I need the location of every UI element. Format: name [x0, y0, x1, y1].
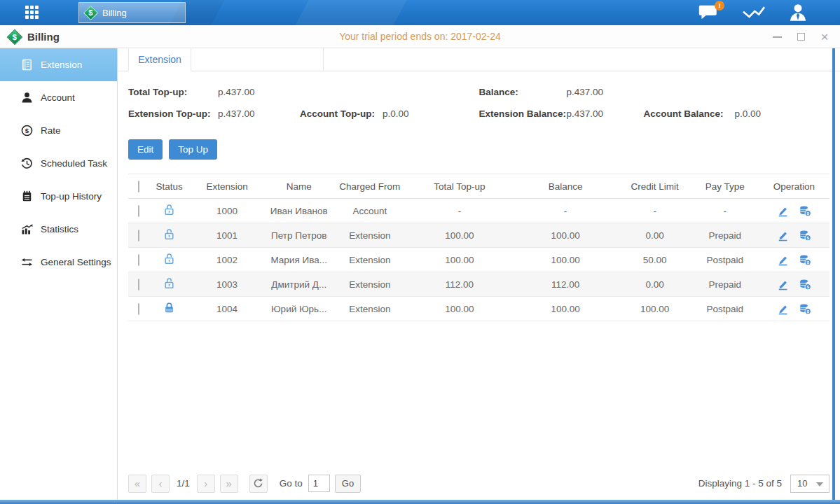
row-checkbox[interactable]	[138, 205, 139, 217]
pagination-bar: « ‹ 1/1 › » Go to Go Displaying 1 - 5 of…	[128, 474, 829, 493]
row-checkbox[interactable]	[138, 303, 139, 315]
goto-label: Go to	[280, 478, 303, 489]
cell-extension: 1000	[189, 199, 265, 223]
edit-pencil-icon[interactable]	[777, 230, 789, 241]
edit-pencil-icon[interactable]	[777, 205, 789, 217]
summary-panel: Total Top-up: p.437.00 Extension Top-up:…	[128, 81, 829, 125]
page-indicator: 1/1	[177, 478, 190, 489]
minimize-icon[interactable]	[771, 31, 783, 43]
sidebar-item-label: Account	[41, 92, 75, 103]
svg-text:$: $	[806, 210, 809, 215]
cell-charged-from: Account	[333, 199, 406, 223]
taskbar: $ Billing !	[0, 0, 840, 25]
cell-balance: -	[512, 199, 618, 223]
prev-page-button[interactable]: ‹	[151, 475, 170, 493]
row-checkbox[interactable]	[138, 230, 139, 241]
sidebar-item-label: Extension	[41, 59, 82, 70]
cell-balance: 112.00	[512, 272, 618, 297]
tab-extension[interactable]: Extension	[128, 48, 191, 71]
column-header-operation: Operation	[759, 174, 829, 199]
notepad-icon	[21, 190, 33, 202]
cell-name: Мария Ива...	[265, 248, 333, 272]
statistics-chart-icon[interactable]	[742, 4, 766, 21]
top-up-coins-icon[interactable]: $	[799, 230, 811, 241]
cell-pay-type: Prepaid	[691, 223, 759, 248]
refresh-button[interactable]	[249, 475, 268, 493]
first-page-button[interactable]: «	[128, 475, 146, 493]
next-page-button[interactable]: ›	[197, 475, 215, 493]
top-up-coins-icon[interactable]: $	[799, 205, 811, 217]
sidebar-item-account[interactable]: Account	[0, 81, 117, 114]
clock-history-icon	[21, 158, 33, 169]
go-button[interactable]: Go	[335, 475, 361, 493]
cell-pay-type: Postpaid	[691, 297, 759, 321]
tabstrip: Extension	[118, 48, 840, 71]
sidebar-item-label: Rate	[41, 125, 61, 136]
sidebar-item-label: General Settings	[41, 257, 111, 267]
top-up-coins-icon[interactable]: $	[799, 303, 811, 315]
column-header-extension: Extension	[189, 174, 265, 199]
window-frame-right	[832, 48, 835, 500]
page-size-select[interactable]: 10	[790, 475, 829, 493]
sidebar-item-statistics[interactable]: Statistics	[0, 213, 117, 246]
last-page-button[interactable]: »	[220, 475, 238, 493]
coin-dollar-icon: $	[21, 125, 33, 136]
chart-bars-icon	[21, 223, 33, 235]
cell-extension: 1003	[189, 272, 265, 297]
top-up-coins-icon[interactable]: $	[799, 279, 811, 290]
row-checkbox[interactable]	[138, 279, 139, 290]
sidebar-item-topup-history[interactable]: Top-up History	[0, 180, 117, 213]
app-grid-icon[interactable]	[25, 6, 39, 20]
table-header-row: Status Extension Name Charged From Total…	[128, 174, 829, 199]
svg-text:$: $	[806, 259, 809, 264]
window-title: Billing	[27, 31, 60, 43]
balance-label: Balance:	[479, 87, 567, 97]
sidebar-item-general-settings[interactable]: General Settings	[0, 246, 117, 279]
sidebar-item-scheduled-task[interactable]: Scheduled Task	[0, 147, 117, 180]
window-titlebar: $ Billing Your trial period ends on: 201…	[0, 25, 840, 48]
window-frame-bottom	[0, 500, 840, 504]
person-icon	[21, 92, 33, 104]
table-row: 1000 Иван Иванов Account - - - -	[128, 199, 829, 223]
top-up-button[interactable]: Top Up	[169, 139, 217, 160]
total-topup-label: Total Top-up:	[128, 87, 218, 97]
cell-credit-limit: 50.00	[619, 248, 691, 272]
sidebar-item-rate[interactable]: $ Rate	[0, 114, 117, 147]
sidebar-item-label: Scheduled Task	[41, 158, 107, 169]
edit-pencil-icon[interactable]	[777, 279, 789, 290]
column-header-pay-type: Pay Type	[691, 174, 759, 199]
notifications-chat-icon[interactable]: !	[698, 4, 719, 21]
extension-table: Status Extension Name Charged From Total…	[128, 174, 829, 321]
edit-pencil-icon[interactable]	[777, 254, 789, 266]
column-header-status: Status	[149, 174, 189, 199]
svg-text:$: $	[806, 284, 809, 288]
cell-name: Юрий Юрь...	[265, 297, 333, 321]
cell-balance: 100.00	[512, 248, 618, 272]
user-account-icon[interactable]	[788, 4, 808, 22]
edit-button[interactable]: Edit	[128, 139, 163, 160]
table-row: 1001 Петр Петров Extension 100.00 100.00…	[128, 223, 829, 248]
lock-open-icon	[163, 204, 175, 216]
billing-diamond-icon: $	[7, 29, 23, 45]
row-checkbox[interactable]	[138, 254, 139, 266]
cell-pay-type: -	[691, 199, 759, 223]
close-icon[interactable]: ×	[819, 31, 830, 43]
column-header-credit-limit: Credit Limit	[619, 174, 691, 199]
top-up-coins-icon[interactable]: $	[799, 254, 811, 266]
table-row: 1004 Юрий Юрь... Extension 100.00 100.00…	[128, 297, 829, 321]
lock-open-icon	[163, 253, 175, 265]
ledger-icon	[21, 59, 33, 71]
sidebar-item-extension[interactable]: Extension	[0, 48, 117, 81]
cell-name: Иван Иванов	[265, 199, 333, 223]
column-header-name: Name	[265, 174, 333, 199]
maximize-icon[interactable]	[795, 31, 806, 43]
goto-page-input[interactable]	[308, 475, 330, 492]
taskbar-tab-billing[interactable]: $ Billing	[78, 2, 186, 23]
cell-pay-type: Postpaid	[691, 248, 759, 272]
cell-total-topup: 100.00	[406, 248, 512, 272]
select-all-checkbox[interactable]	[138, 181, 139, 192]
toolbar: Edit Top Up	[128, 139, 829, 160]
edit-pencil-icon[interactable]	[777, 303, 789, 315]
total-topup-value: p.437.00	[218, 87, 255, 97]
cell-credit-limit: 0.00	[619, 223, 691, 248]
